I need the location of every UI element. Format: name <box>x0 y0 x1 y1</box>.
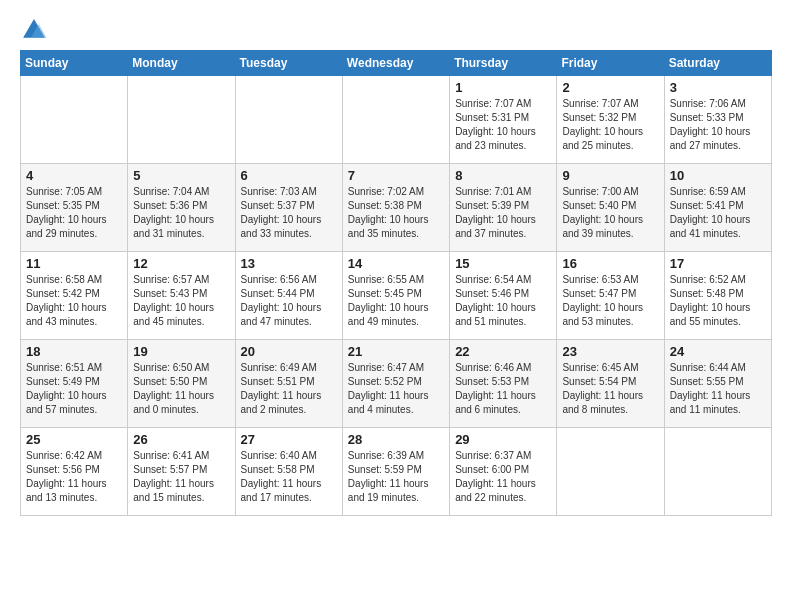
calendar-cell: 21Sunrise: 6:47 AM Sunset: 5:52 PM Dayli… <box>342 340 449 428</box>
day-detail: Sunrise: 6:39 AM Sunset: 5:59 PM Dayligh… <box>348 449 444 505</box>
calendar-cell <box>235 76 342 164</box>
calendar-cell: 13Sunrise: 6:56 AM Sunset: 5:44 PM Dayli… <box>235 252 342 340</box>
calendar-cell <box>128 76 235 164</box>
day-number: 5 <box>133 168 229 183</box>
calendar-cell: 4Sunrise: 7:05 AM Sunset: 5:35 PM Daylig… <box>21 164 128 252</box>
calendar-week-row: 1Sunrise: 7:07 AM Sunset: 5:31 PM Daylig… <box>21 76 772 164</box>
calendar-cell <box>557 428 664 516</box>
calendar-cell: 29Sunrise: 6:37 AM Sunset: 6:00 PM Dayli… <box>450 428 557 516</box>
day-detail: Sunrise: 7:06 AM Sunset: 5:33 PM Dayligh… <box>670 97 766 153</box>
calendar-cell: 16Sunrise: 6:53 AM Sunset: 5:47 PM Dayli… <box>557 252 664 340</box>
day-number: 20 <box>241 344 337 359</box>
logo <box>20 16 52 44</box>
day-number: 15 <box>455 256 551 271</box>
calendar-cell: 18Sunrise: 6:51 AM Sunset: 5:49 PM Dayli… <box>21 340 128 428</box>
day-detail: Sunrise: 7:01 AM Sunset: 5:39 PM Dayligh… <box>455 185 551 241</box>
calendar-cell: 14Sunrise: 6:55 AM Sunset: 5:45 PM Dayli… <box>342 252 449 340</box>
day-detail: Sunrise: 6:50 AM Sunset: 5:50 PM Dayligh… <box>133 361 229 417</box>
day-header-thursday: Thursday <box>450 51 557 76</box>
calendar-cell: 23Sunrise: 6:45 AM Sunset: 5:54 PM Dayli… <box>557 340 664 428</box>
calendar-cell: 3Sunrise: 7:06 AM Sunset: 5:33 PM Daylig… <box>664 76 771 164</box>
calendar-cell <box>342 76 449 164</box>
calendar-cell: 24Sunrise: 6:44 AM Sunset: 5:55 PM Dayli… <box>664 340 771 428</box>
day-detail: Sunrise: 6:58 AM Sunset: 5:42 PM Dayligh… <box>26 273 122 329</box>
day-detail: Sunrise: 6:52 AM Sunset: 5:48 PM Dayligh… <box>670 273 766 329</box>
day-header-wednesday: Wednesday <box>342 51 449 76</box>
day-detail: Sunrise: 6:42 AM Sunset: 5:56 PM Dayligh… <box>26 449 122 505</box>
day-number: 24 <box>670 344 766 359</box>
calendar-cell: 7Sunrise: 7:02 AM Sunset: 5:38 PM Daylig… <box>342 164 449 252</box>
day-number: 1 <box>455 80 551 95</box>
calendar-week-row: 25Sunrise: 6:42 AM Sunset: 5:56 PM Dayli… <box>21 428 772 516</box>
day-number: 14 <box>348 256 444 271</box>
day-detail: Sunrise: 7:03 AM Sunset: 5:37 PM Dayligh… <box>241 185 337 241</box>
day-number: 25 <box>26 432 122 447</box>
calendar-cell: 19Sunrise: 6:50 AM Sunset: 5:50 PM Dayli… <box>128 340 235 428</box>
logo-icon <box>20 16 48 44</box>
day-detail: Sunrise: 6:46 AM Sunset: 5:53 PM Dayligh… <box>455 361 551 417</box>
day-detail: Sunrise: 6:41 AM Sunset: 5:57 PM Dayligh… <box>133 449 229 505</box>
day-number: 13 <box>241 256 337 271</box>
calendar-table: SundayMondayTuesdayWednesdayThursdayFrid… <box>20 50 772 516</box>
day-detail: Sunrise: 6:37 AM Sunset: 6:00 PM Dayligh… <box>455 449 551 505</box>
day-number: 23 <box>562 344 658 359</box>
day-detail: Sunrise: 6:40 AM Sunset: 5:58 PM Dayligh… <box>241 449 337 505</box>
calendar-cell: 10Sunrise: 6:59 AM Sunset: 5:41 PM Dayli… <box>664 164 771 252</box>
day-detail: Sunrise: 6:53 AM Sunset: 5:47 PM Dayligh… <box>562 273 658 329</box>
calendar-cell: 1Sunrise: 7:07 AM Sunset: 5:31 PM Daylig… <box>450 76 557 164</box>
day-detail: Sunrise: 6:54 AM Sunset: 5:46 PM Dayligh… <box>455 273 551 329</box>
calendar-cell: 2Sunrise: 7:07 AM Sunset: 5:32 PM Daylig… <box>557 76 664 164</box>
calendar-cell: 12Sunrise: 6:57 AM Sunset: 5:43 PM Dayli… <box>128 252 235 340</box>
calendar-cell: 9Sunrise: 7:00 AM Sunset: 5:40 PM Daylig… <box>557 164 664 252</box>
day-header-saturday: Saturday <box>664 51 771 76</box>
day-number: 16 <box>562 256 658 271</box>
day-detail: Sunrise: 7:00 AM Sunset: 5:40 PM Dayligh… <box>562 185 658 241</box>
day-detail: Sunrise: 6:59 AM Sunset: 5:41 PM Dayligh… <box>670 185 766 241</box>
day-number: 17 <box>670 256 766 271</box>
calendar-cell: 26Sunrise: 6:41 AM Sunset: 5:57 PM Dayli… <box>128 428 235 516</box>
calendar-cell: 5Sunrise: 7:04 AM Sunset: 5:36 PM Daylig… <box>128 164 235 252</box>
day-number: 22 <box>455 344 551 359</box>
day-detail: Sunrise: 6:56 AM Sunset: 5:44 PM Dayligh… <box>241 273 337 329</box>
day-number: 26 <box>133 432 229 447</box>
calendar-cell: 8Sunrise: 7:01 AM Sunset: 5:39 PM Daylig… <box>450 164 557 252</box>
day-header-tuesday: Tuesday <box>235 51 342 76</box>
day-number: 4 <box>26 168 122 183</box>
day-number: 2 <box>562 80 658 95</box>
day-detail: Sunrise: 7:05 AM Sunset: 5:35 PM Dayligh… <box>26 185 122 241</box>
day-number: 18 <box>26 344 122 359</box>
day-header-friday: Friday <box>557 51 664 76</box>
day-detail: Sunrise: 6:57 AM Sunset: 5:43 PM Dayligh… <box>133 273 229 329</box>
calendar-cell: 11Sunrise: 6:58 AM Sunset: 5:42 PM Dayli… <box>21 252 128 340</box>
day-number: 8 <box>455 168 551 183</box>
day-header-monday: Monday <box>128 51 235 76</box>
day-number: 12 <box>133 256 229 271</box>
day-number: 21 <box>348 344 444 359</box>
day-number: 9 <box>562 168 658 183</box>
calendar-cell: 27Sunrise: 6:40 AM Sunset: 5:58 PM Dayli… <box>235 428 342 516</box>
day-detail: Sunrise: 7:07 AM Sunset: 5:32 PM Dayligh… <box>562 97 658 153</box>
calendar-cell: 17Sunrise: 6:52 AM Sunset: 5:48 PM Dayli… <box>664 252 771 340</box>
calendar-cell <box>21 76 128 164</box>
day-number: 11 <box>26 256 122 271</box>
calendar-cell: 20Sunrise: 6:49 AM Sunset: 5:51 PM Dayli… <box>235 340 342 428</box>
day-detail: Sunrise: 7:04 AM Sunset: 5:36 PM Dayligh… <box>133 185 229 241</box>
day-detail: Sunrise: 6:49 AM Sunset: 5:51 PM Dayligh… <box>241 361 337 417</box>
day-number: 19 <box>133 344 229 359</box>
calendar-cell: 28Sunrise: 6:39 AM Sunset: 5:59 PM Dayli… <box>342 428 449 516</box>
day-detail: Sunrise: 6:45 AM Sunset: 5:54 PM Dayligh… <box>562 361 658 417</box>
day-header-sunday: Sunday <box>21 51 128 76</box>
day-detail: Sunrise: 6:44 AM Sunset: 5:55 PM Dayligh… <box>670 361 766 417</box>
day-detail: Sunrise: 7:07 AM Sunset: 5:31 PM Dayligh… <box>455 97 551 153</box>
day-number: 6 <box>241 168 337 183</box>
calendar-header-row: SundayMondayTuesdayWednesdayThursdayFrid… <box>21 51 772 76</box>
header <box>20 16 772 44</box>
page: SundayMondayTuesdayWednesdayThursdayFrid… <box>0 0 792 532</box>
calendar-week-row: 18Sunrise: 6:51 AM Sunset: 5:49 PM Dayli… <box>21 340 772 428</box>
day-number: 28 <box>348 432 444 447</box>
calendar-cell: 6Sunrise: 7:03 AM Sunset: 5:37 PM Daylig… <box>235 164 342 252</box>
day-detail: Sunrise: 6:47 AM Sunset: 5:52 PM Dayligh… <box>348 361 444 417</box>
day-detail: Sunrise: 6:51 AM Sunset: 5:49 PM Dayligh… <box>26 361 122 417</box>
day-detail: Sunrise: 7:02 AM Sunset: 5:38 PM Dayligh… <box>348 185 444 241</box>
day-number: 27 <box>241 432 337 447</box>
